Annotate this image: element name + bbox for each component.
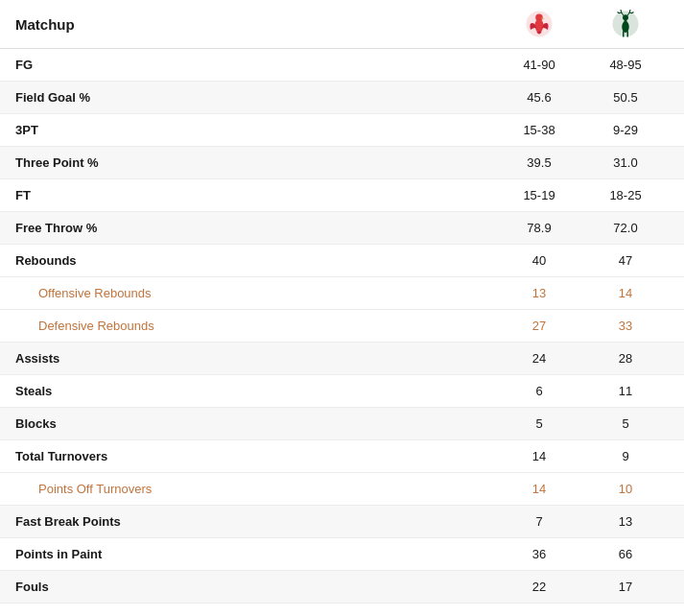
row-value-team2: 14 <box>582 286 669 300</box>
row-value-team2: 47 <box>582 253 669 268</box>
header-title: Matchup <box>15 16 496 33</box>
table-row: Rebounds 40 47 <box>0 245 684 277</box>
table-row: Steals 6 11 <box>0 375 684 408</box>
row-label: Offensive Rebounds <box>15 286 496 300</box>
row-value-team2: 13 <box>582 514 669 529</box>
row-label: Points Off Turnovers <box>15 482 496 496</box>
table-row: Three Point % 39.5 31.0 <box>0 147 684 179</box>
row-label: Three Point % <box>15 155 496 170</box>
row-value-team1: 15-19 <box>496 188 582 202</box>
row-value-team1: 15-38 <box>496 123 582 137</box>
row-value-team2: 28 <box>582 351 669 366</box>
bucks-team-logo <box>611 10 640 38</box>
table-row: FT 15-19 18-25 <box>0 179 684 212</box>
row-value-team1: 39.5 <box>496 155 582 170</box>
row-value-team2: 17 <box>582 580 669 594</box>
table-row: Fast Break Points 7 13 <box>0 506 684 538</box>
row-label: Field Goal % <box>15 90 496 105</box>
matchup-header: Matchup <box>0 0 684 49</box>
table-row: Fouls 22 17 <box>0 571 684 604</box>
row-value-team1: 14 <box>496 482 582 496</box>
table-row: Points Off Turnovers 14 10 <box>0 473 684 506</box>
table-row: Offensive Rebounds 13 14 <box>0 277 684 310</box>
table-row: Points in Paint 36 66 <box>0 538 684 571</box>
row-value-team1: 7 <box>496 514 582 529</box>
row-label: Fast Break Points <box>15 514 496 529</box>
row-label: 3PT <box>15 123 496 137</box>
row-value-team2: 50.5 <box>582 90 669 105</box>
row-label: Assists <box>15 351 496 366</box>
row-label: Points in Paint <box>15 547 496 561</box>
svg-point-7 <box>623 14 628 20</box>
row-value-team2: 10 <box>582 482 669 496</box>
row-label: Free Throw % <box>15 221 496 235</box>
row-value-team1: 6 <box>496 384 582 398</box>
row-label: Rebounds <box>15 253 496 268</box>
row-value-team1: 41-90 <box>496 58 582 72</box>
row-value-team2: 31.0 <box>582 155 669 170</box>
row-value-team2: 33 <box>582 319 669 333</box>
table-row: Assists 24 28 <box>0 343 684 375</box>
row-value-team1: 22 <box>496 580 582 594</box>
svg-rect-6 <box>625 20 627 26</box>
row-label: Steals <box>15 384 496 398</box>
row-value-team1: 36 <box>496 547 582 561</box>
row-value-team1: 14 <box>496 449 582 463</box>
row-label: FT <box>15 188 496 202</box>
table-row: Field Goal % 45.6 50.5 <box>0 82 684 114</box>
table-row: 3PT 15-38 9-29 <box>0 114 684 147</box>
row-value-team1: 78.9 <box>496 221 582 235</box>
row-value-team2: 11 <box>582 384 669 398</box>
row-label: Total Turnovers <box>15 449 496 463</box>
row-value-team2: 9-29 <box>582 123 669 137</box>
row-value-team2: 48-95 <box>582 58 669 72</box>
row-value-team2: 18-25 <box>582 188 669 202</box>
row-value-team1: 45.6 <box>496 90 582 105</box>
row-value-team1: 24 <box>496 351 582 366</box>
row-label: Fouls <box>15 580 496 594</box>
row-label: FG <box>15 58 496 72</box>
table-row: Blocks 5 5 <box>0 408 684 440</box>
row-value-team1: 40 <box>496 253 582 268</box>
table-row: Total Turnovers 14 9 <box>0 440 684 473</box>
hawks-team-logo <box>525 10 554 38</box>
row-value-team1: 5 <box>496 416 582 431</box>
row-label: Defensive Rebounds <box>15 319 496 333</box>
table-row: FG 41-90 48-95 <box>0 49 684 82</box>
hawks-logo-container <box>496 10 582 38</box>
row-value-team2: 66 <box>582 547 669 561</box>
row-value-team2: 72.0 <box>582 221 669 235</box>
svg-point-2 <box>535 14 543 22</box>
table-row: Defensive Rebounds 27 33 <box>0 310 684 343</box>
row-label: Blocks <box>15 416 496 431</box>
row-value-team1: 27 <box>496 319 582 333</box>
bucks-logo-container <box>582 10 669 38</box>
row-value-team1: 13 <box>496 286 582 300</box>
row-value-team2: 9 <box>582 449 669 463</box>
table-row: Free Throw % 78.9 72.0 <box>0 212 684 245</box>
stats-rows-container: FG 41-90 48-95 Field Goal % 45.6 50.5 3P… <box>0 49 684 604</box>
row-value-team2: 5 <box>582 416 669 431</box>
